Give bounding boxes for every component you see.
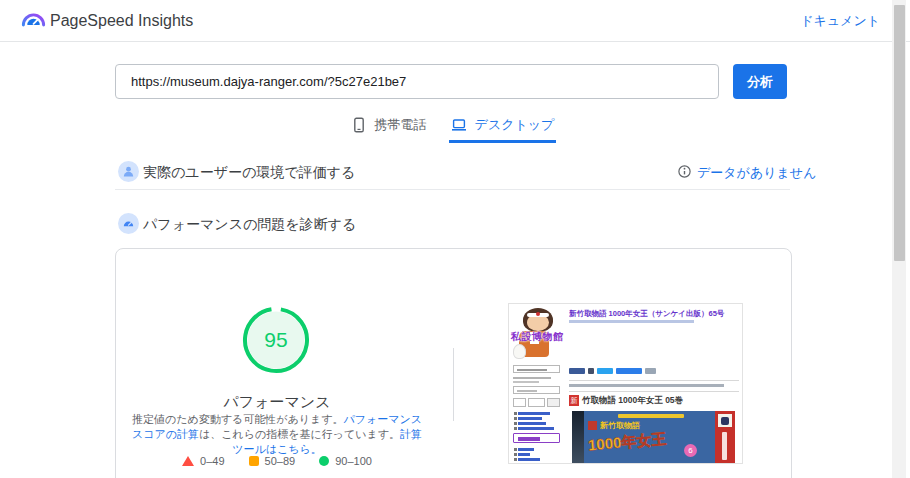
user-icon xyxy=(118,161,139,182)
tab-desktop-label: デスクトップ xyxy=(475,116,555,134)
scrollbar-track[interactable] xyxy=(892,0,906,478)
thumb-page-title: 新竹取物語 1000年女王（サンケイ出版）65号 xyxy=(569,309,741,319)
sidebar-purple-box xyxy=(513,433,560,443)
share-pill xyxy=(616,368,642,374)
legend-range-average: 50–89 xyxy=(265,455,296,467)
manga-cover-image: 新竹取物語 1000年女王 6 xyxy=(572,411,735,463)
tab-desktop[interactable]: デスクトップ xyxy=(449,116,557,143)
legend-range-poor: 0–49 xyxy=(200,455,224,467)
thumb-post-title: 竹取物語 1000年女王 05巻 xyxy=(582,395,683,407)
performance-label: パフォーマンス xyxy=(116,393,438,412)
site-logo-text: 私設博物館 xyxy=(511,330,564,344)
analyze-button[interactable]: 分析 xyxy=(733,64,787,99)
performance-note: 推定値のため変動する可能性があります。パフォーマンス スコアの計算は、これらの指… xyxy=(127,412,427,457)
tab-mobile-label: 携帯電話 xyxy=(375,116,427,134)
page-title: PageSpeed Insights xyxy=(50,0,193,41)
legend-item-poor: 0–49 xyxy=(182,455,224,467)
note-text-2: は、これらの指標を基に行っています。 xyxy=(199,428,400,440)
field-section-title[interactable]: 実際のユーザーの環境で評価する xyxy=(143,164,355,182)
site-screenshot-thumbnail[interactable]: 私設博物館 新竹取物語 1000年女王（サンケイ出版）65号 新 竹取物語 10… xyxy=(508,303,743,464)
sidebar-link-bar xyxy=(518,412,550,415)
sidebar-link-bar xyxy=(518,422,546,425)
pagespeed-insights-page: PageSpeed Insights ドキュメント 分析 携帯電話 デスクトップ… xyxy=(0,0,910,478)
share-pill xyxy=(645,368,656,374)
performance-report-card: 95 パフォーマンス 推定値のため変動する可能性があります。パフォーマンス スコ… xyxy=(115,248,792,478)
sidebar-select xyxy=(513,365,560,373)
sidebar-search xyxy=(513,386,560,394)
sidebar-link-bar xyxy=(518,427,554,430)
breadcrumb-bar xyxy=(569,320,694,323)
sidebar-link-bar xyxy=(518,453,530,456)
sidebar-link-bar xyxy=(518,448,534,451)
mobile-phone-icon xyxy=(351,117,367,133)
scrollbar-thumb[interactable] xyxy=(894,5,905,261)
legend-item-average: 50–89 xyxy=(249,455,296,467)
device-tabs: 携帯電話 デスクトップ xyxy=(115,109,790,143)
performance-score-value: 95 xyxy=(242,306,310,374)
cat-image xyxy=(513,344,526,359)
legend-item-good: 90–100 xyxy=(319,455,372,467)
performance-gauge-icon xyxy=(118,213,139,234)
vertical-divider xyxy=(453,348,454,421)
legend-range-good: 90–100 xyxy=(335,455,372,467)
cover-volume-badge: 6 xyxy=(684,444,697,457)
cover-main-title: 1000年女王 xyxy=(587,430,667,456)
tags-bar xyxy=(569,384,724,387)
lab-section-title[interactable]: パフォーマンスの問題を診断する xyxy=(143,216,356,234)
orange-square-icon xyxy=(249,456,259,466)
performance-score-gauge[interactable]: 95 xyxy=(242,306,310,374)
score-legend: 0–49 50–89 90–100 xyxy=(116,455,438,467)
url-input[interactable] xyxy=(115,64,719,99)
desktop-icon xyxy=(451,117,467,133)
sidebar-link-bar xyxy=(518,463,536,464)
red-triangle-icon xyxy=(182,456,194,466)
documentation-link[interactable]: ドキュメント xyxy=(800,0,880,41)
social-share-buttons xyxy=(569,368,656,374)
tab-mobile[interactable]: 携帯電話 xyxy=(349,116,429,143)
sidebar-link-bar xyxy=(518,417,542,420)
share-pill xyxy=(569,368,585,374)
new-badge: 新 xyxy=(569,395,579,406)
sidebar-link-bar xyxy=(518,458,540,461)
no-data-status[interactable]: データがありません xyxy=(697,164,816,182)
share-pill xyxy=(597,368,613,374)
note-text-1: 推定値のため変動する可能性があります。 xyxy=(132,413,344,425)
green-circle-icon xyxy=(319,456,329,466)
cover-series-title: 新竹取物語 xyxy=(600,420,640,431)
info-icon xyxy=(678,165,691,178)
app-header: PageSpeed Insights ドキュメント xyxy=(0,0,910,42)
pagespeed-logo-icon xyxy=(20,7,47,34)
share-pill xyxy=(588,368,594,374)
section-divider xyxy=(115,189,790,190)
